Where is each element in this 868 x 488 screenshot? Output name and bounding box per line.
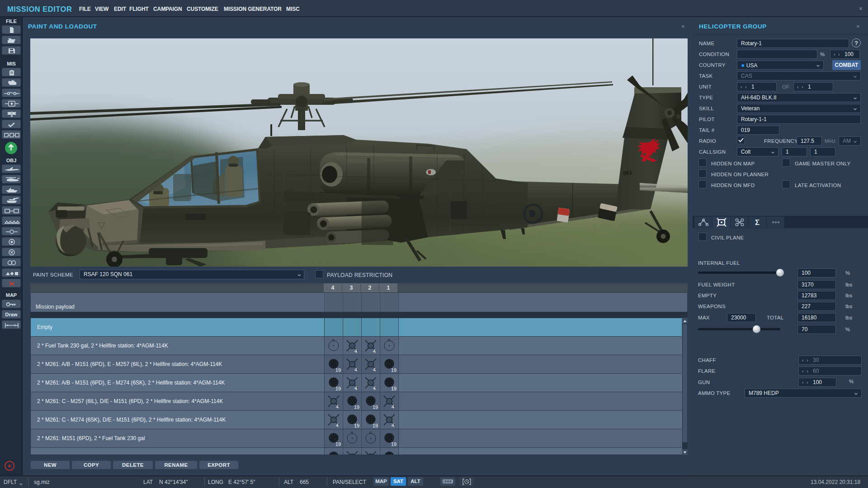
- svg-text:19: 19: [391, 367, 396, 373]
- svg-text:4: 4: [354, 367, 357, 372]
- svg-text:19: 19: [335, 441, 341, 447]
- svg-text:4: 4: [354, 348, 357, 354]
- svg-text:19: 19: [354, 423, 359, 428]
- svg-text:4: 4: [336, 404, 339, 409]
- svg-text:4: 4: [373, 385, 376, 391]
- svg-text:4: 4: [354, 385, 357, 391]
- svg-text:4: 4: [373, 348, 376, 354]
- svg-text:Σ: Σ: [755, 218, 760, 227]
- svg-text:19: 19: [373, 423, 378, 428]
- svg-text:19: 19: [335, 386, 341, 391]
- svg-text:19: 19: [373, 404, 378, 410]
- svg-text:19: 19: [354, 404, 359, 410]
- svg-text:19: 19: [391, 441, 396, 447]
- svg-text:4: 4: [336, 422, 339, 428]
- svg-text:19: 19: [391, 386, 396, 391]
- svg-text:4: 4: [392, 404, 394, 409]
- svg-text:4: 4: [392, 422, 394, 428]
- svg-text:4: 4: [373, 367, 376, 372]
- svg-text:19: 19: [335, 367, 341, 373]
